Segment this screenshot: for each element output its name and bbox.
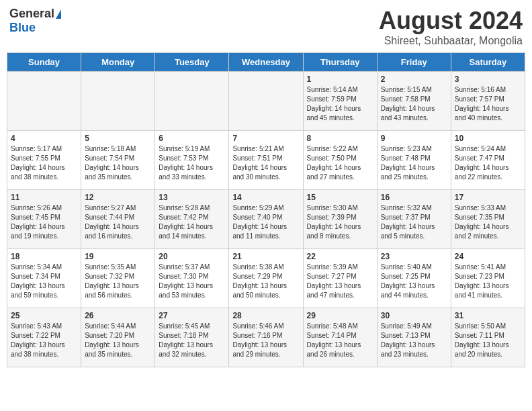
day-number: 22 [307,252,373,261]
day-info: Sunrise: 5:48 AM Sunset: 7:14 PM Dayligh… [307,322,373,359]
calendar-cell [229,72,303,131]
month-year: August 2024 [379,7,523,35]
location: Shireet, Suhbaatar, Mongolia [379,35,523,47]
day-info: Sunrise: 5:30 AM Sunset: 7:39 PM Dayligh… [307,203,373,241]
calendar-cell [81,72,155,131]
day-number: 15 [307,193,373,202]
calendar-week-4: 18Sunrise: 5:34 AM Sunset: 7:34 PM Dayli… [7,249,525,308]
weekday-header-row: Sunday Monday Tuesday Wednesday Thursday… [7,53,525,72]
calendar-cell: 28Sunrise: 5:46 AM Sunset: 7:16 PM Dayli… [229,308,303,367]
calendar-body: 1Sunrise: 5:14 AM Sunset: 7:59 PM Daylig… [7,72,525,367]
calendar-cell: 1Sunrise: 5:14 AM Sunset: 7:59 PM Daylig… [303,72,377,131]
calendar-cell: 30Sunrise: 5:49 AM Sunset: 7:13 PM Dayli… [377,308,451,367]
day-info: Sunrise: 5:38 AM Sunset: 7:29 PM Dayligh… [232,263,299,300]
day-number: 20 [159,252,225,261]
day-number: 8 [307,134,373,143]
calendar-week-5: 25Sunrise: 5:43 AM Sunset: 7:22 PM Dayli… [7,308,525,367]
day-number: 13 [159,193,225,202]
header-wednesday: Wednesday [229,53,303,72]
day-number: 9 [381,134,447,143]
day-number: 28 [232,311,299,320]
day-info: Sunrise: 5:32 AM Sunset: 7:37 PM Dayligh… [381,203,447,241]
calendar-cell: 5Sunrise: 5:18 AM Sunset: 7:54 PM Daylig… [81,131,155,190]
calendar-cell: 12Sunrise: 5:27 AM Sunset: 7:44 PM Dayli… [81,190,155,249]
header-saturday: Saturday [451,53,525,72]
day-number: 10 [455,134,521,143]
calendar-cell: 29Sunrise: 5:48 AM Sunset: 7:14 PM Dayli… [303,308,377,367]
logo: General Blue [9,7,61,35]
calendar-cell: 31Sunrise: 5:50 AM Sunset: 7:11 PM Dayli… [451,308,525,367]
day-info: Sunrise: 5:21 AM Sunset: 7:51 PM Dayligh… [232,144,299,182]
calendar-cell: 8Sunrise: 5:22 AM Sunset: 7:50 PM Daylig… [303,131,377,190]
calendar-cell: 18Sunrise: 5:34 AM Sunset: 7:34 PM Dayli… [7,249,81,308]
day-number: 26 [85,311,151,320]
day-number: 12 [85,193,151,202]
header-friday: Friday [377,53,451,72]
title-section: August 2024 Shireet, Suhbaatar, Mongolia [379,7,523,47]
day-info: Sunrise: 5:39 AM Sunset: 7:27 PM Dayligh… [307,263,373,300]
calendar-cell: 9Sunrise: 5:23 AM Sunset: 7:48 PM Daylig… [377,131,451,190]
calendar-header: Sunday Monday Tuesday Wednesday Thursday… [7,53,525,72]
day-info: Sunrise: 5:23 AM Sunset: 7:48 PM Dayligh… [381,144,447,182]
day-number: 1 [307,75,373,84]
calendar-cell: 4Sunrise: 5:17 AM Sunset: 7:55 PM Daylig… [7,131,81,190]
calendar-cell: 11Sunrise: 5:26 AM Sunset: 7:45 PM Dayli… [7,190,81,249]
calendar-cell: 2Sunrise: 5:15 AM Sunset: 7:58 PM Daylig… [377,72,451,131]
calendar-cell [155,72,229,131]
day-info: Sunrise: 5:15 AM Sunset: 7:58 PM Dayligh… [381,85,447,123]
day-number: 11 [11,193,77,202]
calendar-cell: 22Sunrise: 5:39 AM Sunset: 7:27 PM Dayli… [303,249,377,308]
day-info: Sunrise: 5:24 AM Sunset: 7:47 PM Dayligh… [455,144,521,182]
day-info: Sunrise: 5:40 AM Sunset: 7:25 PM Dayligh… [381,263,447,300]
calendar-cell: 24Sunrise: 5:41 AM Sunset: 7:23 PM Dayli… [451,249,525,308]
day-info: Sunrise: 5:29 AM Sunset: 7:40 PM Dayligh… [232,203,299,241]
day-info: Sunrise: 5:43 AM Sunset: 7:22 PM Dayligh… [11,322,77,359]
calendar-cell: 27Sunrise: 5:45 AM Sunset: 7:18 PM Dayli… [155,308,229,367]
calendar-cell [7,72,81,131]
calendar-cell: 21Sunrise: 5:38 AM Sunset: 7:29 PM Dayli… [229,249,303,308]
day-info: Sunrise: 5:34 AM Sunset: 7:34 PM Dayligh… [11,263,77,300]
day-info: Sunrise: 5:44 AM Sunset: 7:20 PM Dayligh… [85,322,151,359]
day-number: 5 [85,134,151,143]
calendar-week-3: 11Sunrise: 5:26 AM Sunset: 7:45 PM Dayli… [7,190,525,249]
day-info: Sunrise: 5:28 AM Sunset: 7:42 PM Dayligh… [159,203,225,241]
day-number: 25 [11,311,77,320]
day-info: Sunrise: 5:33 AM Sunset: 7:35 PM Dayligh… [455,203,521,241]
day-number: 14 [232,193,299,202]
calendar-cell: 15Sunrise: 5:30 AM Sunset: 7:39 PM Dayli… [303,190,377,249]
day-number: 18 [11,252,77,261]
day-info: Sunrise: 5:46 AM Sunset: 7:16 PM Dayligh… [232,322,299,359]
day-number: 3 [455,75,521,84]
calendar-week-2: 4Sunrise: 5:17 AM Sunset: 7:55 PM Daylig… [7,131,525,190]
header-monday: Monday [81,53,155,72]
day-number: 24 [455,252,521,261]
day-info: Sunrise: 5:19 AM Sunset: 7:53 PM Dayligh… [159,144,225,182]
day-info: Sunrise: 5:45 AM Sunset: 7:18 PM Dayligh… [159,322,225,359]
calendar-cell: 26Sunrise: 5:44 AM Sunset: 7:20 PM Dayli… [81,308,155,367]
calendar-week-1: 1Sunrise: 5:14 AM Sunset: 7:59 PM Daylig… [7,72,525,131]
day-info: Sunrise: 5:17 AM Sunset: 7:55 PM Dayligh… [11,144,77,182]
day-number: 7 [232,134,299,143]
calendar-cell: 19Sunrise: 5:35 AM Sunset: 7:32 PM Dayli… [81,249,155,308]
calendar-cell: 23Sunrise: 5:40 AM Sunset: 7:25 PM Dayli… [377,249,451,308]
day-number: 29 [307,311,373,320]
day-info: Sunrise: 5:18 AM Sunset: 7:54 PM Dayligh… [85,144,151,182]
calendar-cell: 25Sunrise: 5:43 AM Sunset: 7:22 PM Dayli… [7,308,81,367]
day-number: 16 [381,193,447,202]
calendar-cell: 17Sunrise: 5:33 AM Sunset: 7:35 PM Dayli… [451,190,525,249]
day-info: Sunrise: 5:26 AM Sunset: 7:45 PM Dayligh… [11,203,77,241]
calendar-cell: 3Sunrise: 5:16 AM Sunset: 7:57 PM Daylig… [451,72,525,131]
calendar-cell: 20Sunrise: 5:37 AM Sunset: 7:30 PM Dayli… [155,249,229,308]
day-number: 6 [159,134,225,143]
day-info: Sunrise: 5:27 AM Sunset: 7:44 PM Dayligh… [85,203,151,241]
day-number: 4 [11,134,77,143]
logo-blue-text: Blue [9,21,36,35]
day-number: 21 [232,252,299,261]
day-info: Sunrise: 5:14 AM Sunset: 7:59 PM Dayligh… [307,85,373,123]
calendar-cell: 14Sunrise: 5:29 AM Sunset: 7:40 PM Dayli… [229,190,303,249]
day-info: Sunrise: 5:41 AM Sunset: 7:23 PM Dayligh… [455,263,521,300]
header-sunday: Sunday [7,53,81,72]
day-number: 19 [85,252,151,261]
day-number: 17 [455,193,521,202]
calendar-cell: 16Sunrise: 5:32 AM Sunset: 7:37 PM Dayli… [377,190,451,249]
